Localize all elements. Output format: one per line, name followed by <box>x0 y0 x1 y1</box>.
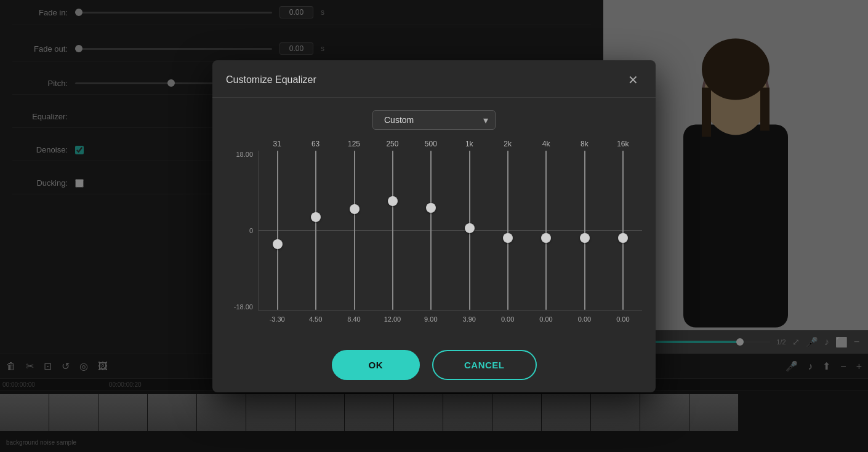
eq-slider-63[interactable] <box>310 151 322 310</box>
eq-track-16k <box>622 151 624 310</box>
eq-value-63: 4.50 <box>296 315 334 323</box>
eq-value-8k: 0.00 <box>565 315 603 323</box>
preset-row: Custom Flat Bass Boost Treble Boost Pop … <box>226 110 642 130</box>
freq-label-63: 63 <box>296 140 334 148</box>
eq-thumb-250[interactable] <box>388 196 398 206</box>
preset-select-wrapper[interactable]: Custom Flat Bass Boost Treble Boost Pop … <box>372 110 496 130</box>
freq-label-8k: 8k <box>565 140 603 148</box>
ok-button[interactable]: OK <box>332 350 420 380</box>
eq-value-31: -3.30 <box>258 315 296 323</box>
freq-label-500: 500 <box>412 140 450 148</box>
eq-track-63 <box>315 151 316 310</box>
eq-chart: 31631252505001k2k4k8k16k 18.00 0 -18.00 <box>226 140 642 328</box>
freq-label-125: 125 <box>335 140 373 148</box>
eq-value-125: 8.40 <box>335 315 373 323</box>
eq-sliders-area <box>258 151 642 311</box>
modal-footer: OK CANCEL <box>212 340 656 392</box>
eq-freq-labels: 31631252505001k2k4k8k16k <box>226 140 642 148</box>
freq-label-4k: 4k <box>527 140 565 148</box>
eq-thumb-31[interactable] <box>273 239 283 249</box>
eq-slider-500[interactable] <box>425 151 437 310</box>
eq-slider-8k[interactable] <box>579 151 591 310</box>
eq-column-8k <box>565 151 603 310</box>
eq-main-area: 18.00 0 -18.00 <box>226 151 642 311</box>
eq-value-2k: 0.00 <box>488 315 526 323</box>
eq-track-2k <box>507 151 508 310</box>
eq-slider-2k[interactable] <box>502 151 514 310</box>
eq-column-125 <box>336 151 374 310</box>
eq-column-500 <box>412 151 450 310</box>
eq-slider-4k[interactable] <box>540 151 552 310</box>
eq-thumb-4k[interactable] <box>541 233 551 243</box>
eq-y-top: 18.00 <box>236 151 253 158</box>
eq-thumb-125[interactable] <box>350 204 360 214</box>
eq-column-31 <box>259 151 297 310</box>
eq-column-2k <box>489 151 527 310</box>
eq-value-labels: -3.304.508.4012.009.003.900.000.000.000.… <box>226 315 642 323</box>
freq-label-16k: 16k <box>604 140 642 148</box>
eq-y-axis: 18.00 0 -18.00 <box>226 151 258 311</box>
eq-track-1k <box>469 151 470 310</box>
freq-label-1k: 1k <box>450 140 488 148</box>
eq-track-4k <box>545 151 547 310</box>
modal-body: Custom Flat Bass Boost Treble Boost Pop … <box>212 98 656 340</box>
eq-value-500: 9.00 <box>412 315 450 323</box>
eq-thumb-2k[interactable] <box>503 233 513 243</box>
eq-track-31 <box>277 151 278 310</box>
eq-value-1k: 3.90 <box>450 315 488 323</box>
eq-slider-31[interactable] <box>271 151 284 310</box>
eq-track-8k <box>584 151 585 310</box>
modal-header: Customize Equalizer ✕ <box>212 60 656 98</box>
eq-thumb-8k[interactable] <box>580 233 590 243</box>
cancel-button[interactable]: CANCEL <box>432 350 537 380</box>
eq-y-mid: 0 <box>249 227 253 234</box>
eq-column-1k <box>450 151 488 310</box>
eq-column-250 <box>374 151 412 310</box>
eq-column-16k <box>604 151 642 310</box>
eq-thumb-63[interactable] <box>311 212 321 222</box>
freq-label-2k: 2k <box>488 140 526 148</box>
eq-slider-250[interactable] <box>387 151 399 310</box>
eq-track-125 <box>354 151 355 310</box>
eq-thumb-16k[interactable] <box>618 233 628 243</box>
modal-close-button[interactable]: ✕ <box>624 71 642 89</box>
eq-thumb-1k[interactable] <box>465 223 475 233</box>
eq-slider-1k[interactable] <box>464 151 476 310</box>
eq-value-4k: 0.00 <box>527 315 565 323</box>
eq-value-250: 12.00 <box>373 315 411 323</box>
eq-column-4k <box>527 151 565 310</box>
eq-thumb-500[interactable] <box>426 203 436 213</box>
eq-track-500 <box>430 151 432 310</box>
preset-select[interactable]: Custom Flat Bass Boost Treble Boost Pop … <box>372 110 496 130</box>
modal-overlay: Customize Equalizer ✕ Custom Flat Bass B… <box>0 0 868 452</box>
eq-value-16k: 0.00 <box>604 315 642 323</box>
freq-label-31: 31 <box>258 140 296 148</box>
eq-y-bottom: -18.00 <box>234 303 253 311</box>
eq-column-63 <box>297 151 335 310</box>
freq-label-250: 250 <box>373 140 411 148</box>
customize-equalizer-dialog: Customize Equalizer ✕ Custom Flat Bass B… <box>212 60 656 392</box>
eq-slider-16k[interactable] <box>617 151 629 310</box>
eq-slider-125[interactable] <box>348 151 361 310</box>
eq-track-250 <box>392 151 393 310</box>
modal-title: Customize Equalizer <box>226 74 316 85</box>
